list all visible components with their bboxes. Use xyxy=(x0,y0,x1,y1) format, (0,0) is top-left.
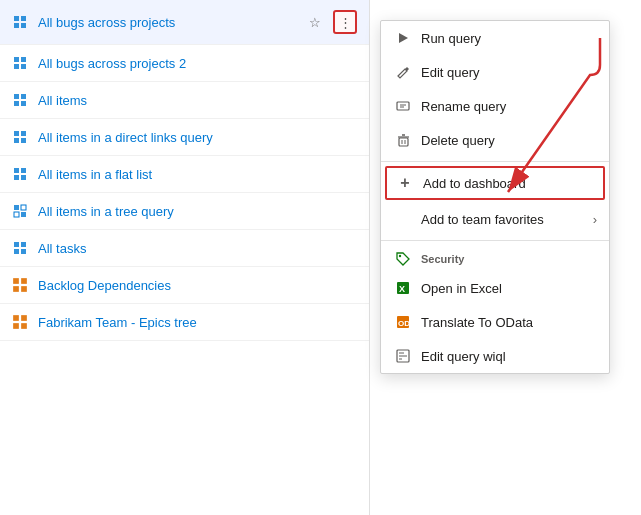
svg-rect-5 xyxy=(21,57,26,62)
edit-query-menu-item[interactable]: Edit query xyxy=(381,55,609,89)
svg-rect-9 xyxy=(21,94,26,99)
list-item[interactable]: All items xyxy=(0,82,369,119)
list-item[interactable]: All items in a flat list xyxy=(0,156,369,193)
list-item-actions: ☆ ⋮ xyxy=(303,10,357,34)
svg-rect-29 xyxy=(21,278,27,284)
svg-rect-33 xyxy=(21,315,27,321)
svg-rect-23 xyxy=(21,212,26,217)
svg-rect-26 xyxy=(14,249,19,254)
delete-query-label: Delete query xyxy=(421,133,495,148)
list-item[interactable]: Backlog Dependencies xyxy=(0,267,369,304)
list-item-label: All items in a tree query xyxy=(38,204,357,219)
list-item-label: All items in a flat list xyxy=(38,167,357,182)
svg-rect-11 xyxy=(21,101,26,106)
list-item-label: All bugs across projects 2 xyxy=(38,56,357,71)
plus-icon: + xyxy=(395,173,415,193)
menu-divider xyxy=(381,161,609,162)
svg-rect-8 xyxy=(14,94,19,99)
none-icon xyxy=(393,209,413,229)
list-item-label: All items xyxy=(38,93,357,108)
svg-rect-14 xyxy=(14,138,19,143)
svg-rect-28 xyxy=(13,278,19,284)
list-item[interactable]: All bugs across projects 2 xyxy=(0,45,369,82)
edit-query-label: Edit query xyxy=(421,65,480,80)
svg-rect-15 xyxy=(21,138,26,143)
open-excel-menu-item[interactable]: X Open in Excel xyxy=(381,271,609,305)
svg-rect-16 xyxy=(14,168,19,173)
svg-rect-37 xyxy=(397,102,409,110)
menu-divider xyxy=(381,240,609,241)
query-type-icon xyxy=(12,55,28,71)
list-item[interactable]: All tasks xyxy=(0,230,369,267)
security-label: Security xyxy=(421,253,464,265)
more-icon: ⋮ xyxy=(339,15,352,30)
svg-rect-30 xyxy=(13,286,19,292)
favorite-button[interactable]: ☆ xyxy=(303,10,327,34)
more-actions-button[interactable]: ⋮ xyxy=(333,10,357,34)
odata-icon: OD xyxy=(393,312,413,332)
translate-odata-menu-item[interactable]: OD Translate To OData xyxy=(381,305,609,339)
svg-rect-31 xyxy=(21,286,27,292)
submenu-arrow-icon: › xyxy=(593,212,597,227)
query-type-icon xyxy=(12,166,28,182)
add-dashboard-menu-item[interactable]: + Add to dashboard xyxy=(385,166,605,200)
svg-rect-34 xyxy=(13,323,19,329)
svg-rect-4 xyxy=(14,57,19,62)
add-favorites-label: Add to team favorites xyxy=(421,212,544,227)
svg-rect-24 xyxy=(14,242,19,247)
list-item[interactable]: All bugs across projects ☆ ⋮ xyxy=(0,0,369,45)
open-excel-label: Open in Excel xyxy=(421,281,502,296)
rename-icon xyxy=(393,96,413,116)
security-section: Security xyxy=(381,245,609,271)
query-type-icon xyxy=(12,240,28,256)
svg-text:OD: OD xyxy=(398,319,410,328)
svg-rect-10 xyxy=(14,101,19,106)
svg-rect-0 xyxy=(14,16,19,21)
query-type-icon xyxy=(12,314,28,330)
run-query-label: Run query xyxy=(421,31,481,46)
delete-query-menu-item[interactable]: Delete query xyxy=(381,123,609,157)
list-item-label: Backlog Dependencies xyxy=(38,278,357,293)
svg-rect-17 xyxy=(21,168,26,173)
tag-icon xyxy=(393,249,413,269)
list-item-label: All tasks xyxy=(38,241,357,256)
edit-wiql-label: Edit query wiql xyxy=(421,349,506,364)
svg-point-45 xyxy=(399,255,401,257)
code-icon xyxy=(393,346,413,366)
svg-rect-19 xyxy=(21,175,26,180)
query-type-icon xyxy=(12,92,28,108)
star-icon: ☆ xyxy=(309,15,321,30)
svg-rect-35 xyxy=(21,323,27,329)
add-favorites-menu-item[interactable]: Add to team favorites › xyxy=(381,202,609,236)
query-type-icon xyxy=(12,129,28,145)
svg-rect-32 xyxy=(13,315,19,321)
svg-rect-3 xyxy=(21,23,26,28)
rename-query-label: Rename query xyxy=(421,99,506,114)
rename-query-menu-item[interactable]: Rename query xyxy=(381,89,609,123)
svg-rect-27 xyxy=(21,249,26,254)
svg-rect-18 xyxy=(14,175,19,180)
context-menu: Run query Edit query Rename query xyxy=(380,20,610,374)
pencil-icon xyxy=(393,62,413,82)
svg-rect-7 xyxy=(21,64,26,69)
query-type-icon xyxy=(12,203,28,219)
list-item[interactable]: All items in a tree query xyxy=(0,193,369,230)
query-type-icon xyxy=(12,277,28,293)
list-item-label: Fabrikam Team - Epics tree xyxy=(38,315,357,330)
trash-icon xyxy=(393,130,413,150)
svg-rect-20 xyxy=(14,205,19,210)
query-type-icon xyxy=(12,14,28,30)
list-item[interactable]: Fabrikam Team - Epics tree xyxy=(0,304,369,341)
svg-rect-6 xyxy=(14,64,19,69)
svg-rect-21 xyxy=(21,205,26,210)
translate-odata-label: Translate To OData xyxy=(421,315,533,330)
edit-wiql-menu-item[interactable]: Edit query wiql xyxy=(381,339,609,373)
svg-rect-2 xyxy=(14,23,19,28)
list-item[interactable]: All items in a direct links query xyxy=(0,119,369,156)
list-item-label: All items in a direct links query xyxy=(38,130,357,145)
svg-marker-36 xyxy=(399,33,408,43)
svg-rect-25 xyxy=(21,242,26,247)
run-query-menu-item[interactable]: Run query xyxy=(381,21,609,55)
svg-rect-1 xyxy=(21,16,26,21)
add-dashboard-label: Add to dashboard xyxy=(423,176,526,191)
